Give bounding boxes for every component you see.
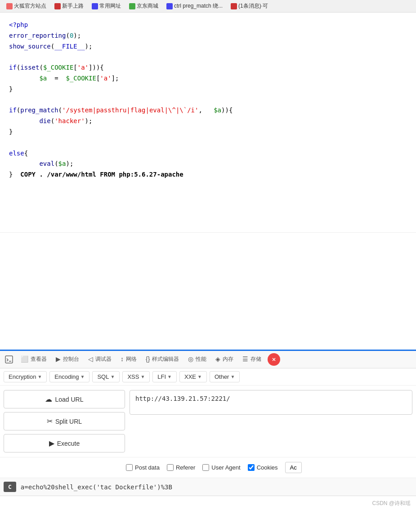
user-agent-checkbox[interactable] (202, 464, 209, 471)
bookmark-msg[interactable]: (1条消息)·可 (228, 1, 271, 11)
command-text: a=echo%20shell_exec('tac Dockerfile')%3B (21, 483, 172, 491)
devtools-tab-debugger[interactable]: ◁ 调试器 (84, 352, 116, 368)
memory-icon: ◈ (215, 355, 220, 363)
split-url-button[interactable]: ✂ Split URL (4, 412, 125, 430)
devtools-tab-memory[interactable]: ◈ 内存 (211, 352, 238, 368)
encryption-chevron: ▼ (37, 374, 42, 379)
bookmark-icon-4 (166, 3, 173, 9)
lfi-menu[interactable]: LFI ▼ (152, 371, 177, 382)
other-chevron: ▼ (230, 374, 235, 379)
lfi-chevron: ▼ (167, 374, 172, 379)
hackbar: Encryption ▼ Encoding ▼ SQL ▼ XSS ▼ LFI … (0, 368, 416, 496)
fox-icon (6, 3, 13, 9)
bookmark-icon-3 (129, 3, 135, 9)
hackbar-main: ☁ Load URL ✂ Split URL ▶ Execute http://… (0, 386, 416, 457)
hackbar-button-group: ☁ Load URL ✂ Split URL ▶ Execute (4, 390, 125, 452)
storage-icon: ☰ (242, 355, 248, 363)
load-url-icon: ☁ (45, 395, 52, 403)
devtools-tab-network[interactable]: ↕ 网络 (116, 352, 141, 368)
xxe-chevron: ▼ (197, 374, 202, 379)
bookmark-preg[interactable]: ctrl preg_match 绕... (164, 1, 225, 11)
code-display: <?php error_reporting(0); show_source(__… (0, 13, 416, 233)
devtools-tab-console[interactable]: ▶ 控制台 (51, 352, 84, 368)
bookmark-icon-2 (92, 3, 98, 9)
debugger-icon: ◁ (88, 355, 93, 363)
empty-space (0, 233, 416, 350)
split-url-icon: ✂ (47, 417, 53, 426)
watermark: CSDN @诗和瑶 (0, 496, 416, 511)
devtools-tab-storage[interactable]: ☰ 存储 (238, 352, 266, 368)
execute-icon: ▶ (49, 439, 54, 448)
user-agent-checkbox-label[interactable]: User Agent (202, 464, 240, 471)
devtools-logo[interactable] (2, 355, 16, 364)
command-row: C a=echo%20shell_exec('tac Dockerfile')%… (0, 478, 416, 496)
devtools-tab-inspector[interactable]: ⬜ 查看器 (16, 352, 51, 368)
bookmark-bar: 火狐官方站点 新手上路 常用网址 京东商城 ctrl preg_match 绕.… (0, 0, 416, 13)
referer-checkbox-label[interactable]: Referer (167, 464, 195, 471)
ac-button[interactable]: Ac (285, 462, 302, 473)
bookmark-newbie[interactable]: 新手上路 (52, 1, 86, 11)
xxe-menu[interactable]: XXE ▼ (179, 371, 207, 382)
hackbar-url-area: http://43.139.21.57:2221/ (130, 390, 412, 452)
cookies-checkbox-label[interactable]: Cookies (248, 464, 278, 471)
other-menu[interactable]: Other ▼ (210, 371, 240, 382)
post-data-checkbox[interactable] (126, 464, 133, 471)
command-badge: C (4, 482, 16, 492)
referer-checkbox[interactable] (167, 464, 174, 471)
hackbar-menu-row: Encryption ▼ Encoding ▼ SQL ▼ XSS ▼ LFI … (0, 368, 416, 386)
performance-icon: ◎ (188, 355, 193, 363)
post-data-checkbox-label[interactable]: Post data (126, 464, 160, 471)
checkbox-row: Post data Referer User Agent Cookies Ac (0, 457, 416, 478)
url-input[interactable]: http://43.139.21.57:2221/ (130, 390, 412, 415)
sql-chevron: ▼ (110, 374, 115, 379)
network-icon: ↕ (121, 355, 124, 363)
console-icon: ▶ (56, 355, 61, 363)
bookmark-icon-1 (54, 3, 61, 9)
bookmark-icon-5 (231, 3, 237, 9)
encoding-menu[interactable]: Encoding ▼ (49, 371, 89, 382)
devtools-toolbar: ⬜ 查看器 ▶ 控制台 ◁ 调试器 ↕ 网络 {} 样式编辑器 ◎ 性能 ◈ 内… (0, 350, 416, 368)
bookmark-jd[interactable]: 京东商城 (126, 1, 161, 11)
xss-chevron: ▼ (140, 374, 145, 379)
bookmark-firefox[interactable]: 火狐官方站点 (4, 1, 49, 11)
encoding-chevron: ▼ (81, 374, 85, 379)
svg-rect-0 (5, 356, 13, 363)
devtools-close-icon[interactable] (268, 353, 280, 366)
load-url-button[interactable]: ☁ Load URL (4, 390, 125, 408)
encryption-menu[interactable]: Encryption ▼ (4, 371, 47, 382)
devtools-tab-performance[interactable]: ◎ 性能 (183, 352, 211, 368)
execute-button[interactable]: ▶ Execute (4, 434, 125, 452)
xss-menu[interactable]: XSS ▼ (122, 371, 150, 382)
sql-menu[interactable]: SQL ▼ (92, 371, 120, 382)
inspector-icon: ⬜ (21, 355, 28, 363)
cookies-checkbox[interactable] (248, 464, 255, 471)
bookmark-common[interactable]: 常用网址 (89, 1, 124, 11)
style-icon: {} (146, 355, 150, 363)
devtools-tab-style[interactable]: {} 样式编辑器 (141, 352, 183, 368)
